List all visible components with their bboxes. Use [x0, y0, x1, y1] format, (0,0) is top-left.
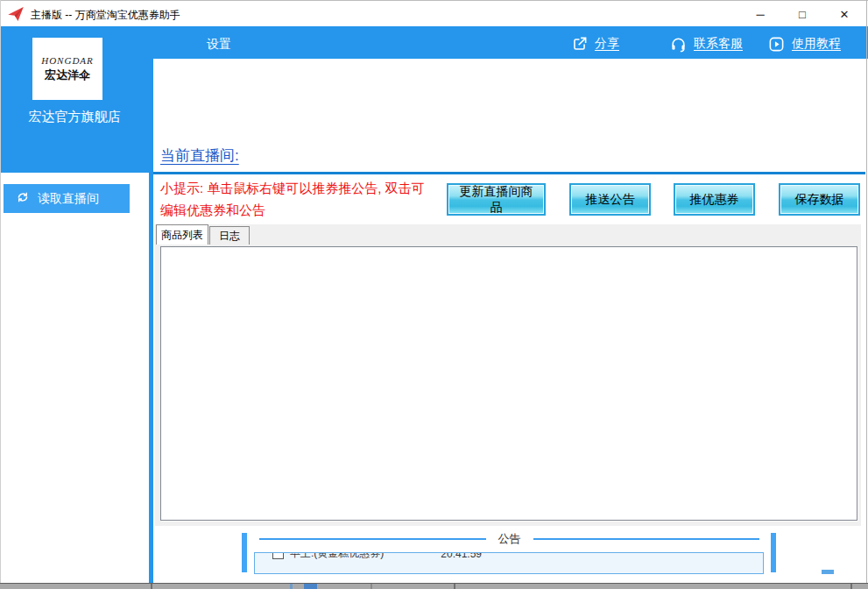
taskbar-tick: [850, 584, 852, 589]
liveroom-panel: [153, 59, 865, 173]
checkbox-icon[interactable]: [272, 552, 284, 559]
read-liveroom-label: 读取直播间: [38, 191, 99, 207]
contact-label: 联系客服: [694, 36, 743, 52]
share-icon: [571, 36, 588, 53]
maximize-button[interactable]: □: [787, 1, 818, 27]
logo-text-en: HONGDAR: [41, 55, 94, 66]
tutorial-label: 使用教程: [792, 36, 841, 52]
announcement-row-time: 20:41:59: [441, 552, 482, 560]
taskbar-tick: [454, 584, 455, 589]
announcement-title: 公告: [486, 531, 533, 547]
push-announcement-button[interactable]: 推送公告: [569, 183, 651, 216]
close-button[interactable]: ✕: [829, 1, 860, 27]
taskbar-accent: [304, 584, 317, 589]
announcement-rule-left: [259, 538, 486, 540]
logo-text-cn: 宏达洋伞: [45, 67, 90, 83]
push-coupon-button[interactable]: 推优惠券: [674, 183, 755, 216]
announcement-input[interactable]: 早上:(黄金糕优惠券) 20:41:59: [254, 552, 764, 574]
shop-name: 宏达官方旗舰店: [0, 109, 149, 125]
tutorial-link[interactable]: 使用教程: [768, 35, 841, 53]
share-label: 分享: [595, 36, 619, 52]
window-border-left: [0, 0, 1, 584]
paper-plane-icon: [7, 5, 25, 23]
sidebar-body: 读取直播间: [0, 173, 149, 584]
taskbar-tick: [290, 584, 293, 589]
tab-goods-list[interactable]: 商品列表: [156, 224, 208, 245]
headset-icon: [670, 36, 687, 53]
taskbar-tick: [370, 584, 372, 589]
announcement-row-text: 早上:(黄金糕优惠券): [290, 552, 384, 561]
taskbar-tick: [151, 584, 152, 589]
shop-logo: HONGDAR 宏达洋伞: [32, 38, 102, 100]
background-fragment: [822, 570, 834, 574]
save-data-button[interactable]: 保存数据: [779, 183, 860, 216]
announcement-accent-right: [771, 533, 776, 572]
read-liveroom-button[interactable]: 读取直播间: [4, 184, 130, 213]
contact-support-link[interactable]: 联系客服: [670, 35, 743, 53]
menu-settings[interactable]: 设置: [207, 37, 231, 53]
app-window: 主播版 -- 万商堂淘宝优惠券助手 ─ □ ✕ 设置 分享 联系客服: [0, 0, 868, 589]
goods-listbox[interactable]: [160, 246, 857, 521]
title-bar: 主播版 -- 万商堂淘宝优惠券助手 ─ □ ✕: [0, 0, 868, 26]
minimize-button[interactable]: ─: [745, 1, 776, 27]
sidebar-divider: [149, 173, 153, 584]
current-liveroom-link[interactable]: 当前直播间:: [160, 145, 239, 166]
announcement-row-clipped: 早上:(黄金糕优惠券) 20:41:59: [272, 552, 482, 561]
announcement-rule-right: [533, 538, 760, 540]
tab-log[interactable]: 日志: [209, 226, 250, 245]
taskbar-sliver: [0, 583, 868, 589]
play-video-icon: [768, 36, 785, 53]
tip-text: 小提示: 单击鼠标右键可以推券推公告, 双击可编辑优惠券和公告: [160, 177, 427, 221]
refresh-icon: [16, 190, 30, 207]
update-liveroom-goods-button[interactable]: 更新直播间商品: [447, 183, 546, 216]
window-title: 主播版 -- 万商堂淘宝优惠券助手: [31, 8, 180, 23]
announcement-accent-left: [242, 533, 247, 572]
announcement-header: 公告: [259, 530, 759, 548]
window-border-right: [866, 0, 867, 584]
share-link[interactable]: 分享: [571, 35, 619, 53]
